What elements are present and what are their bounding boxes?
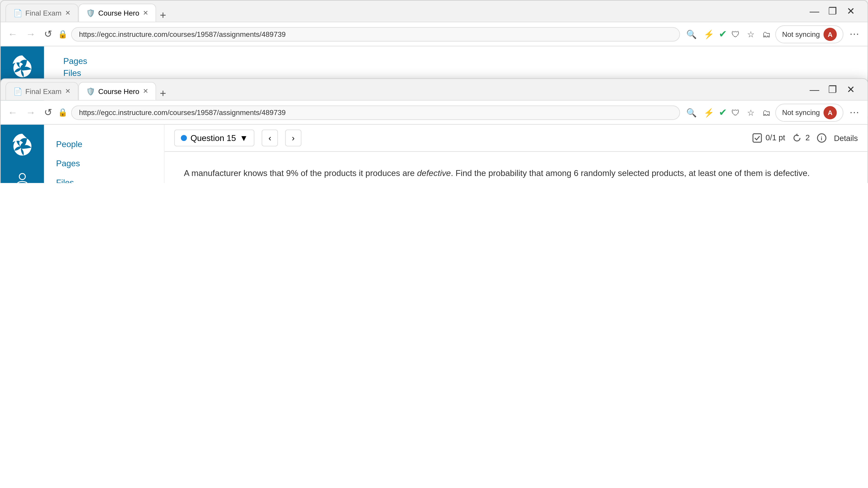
question-selector[interactable]: Question 15 ▼ bbox=[174, 129, 255, 147]
question-score: 0/1 pt bbox=[752, 133, 785, 143]
not-syncing-label-back: Not syncing bbox=[782, 30, 820, 38]
tab-favicon-back-1: 📄 bbox=[13, 9, 22, 17]
tab-favicon-back-2: 🛡️ bbox=[86, 9, 94, 17]
tab-title-front-2: Course Hero bbox=[98, 87, 139, 95]
lock-icon-front: 🔒 bbox=[58, 108, 68, 117]
canvas-logo-back bbox=[7, 51, 37, 81]
dropdown-arrow-icon: ▼ bbox=[240, 133, 248, 143]
tab-final-exam-back[interactable]: 📄 Final Exam ✕ bbox=[5, 4, 79, 22]
tab-course-hero-front[interactable]: 🛡️ Course Hero ✕ bbox=[79, 82, 156, 100]
restore-button-back[interactable]: ❐ bbox=[825, 4, 840, 18]
shield-button-back[interactable]: 🛡 bbox=[729, 27, 742, 41]
restore-button-front[interactable]: ❐ bbox=[825, 82, 840, 97]
tab-final-exam-front[interactable]: 📄 Final Exam ✕ bbox=[5, 82, 79, 100]
zoom-button-back[interactable]: 🔍 bbox=[684, 27, 699, 41]
left-nav-panel: People Pages Files Syllabus Modules Goog… bbox=[44, 125, 164, 183]
refresh-nav-back[interactable]: ↺ bbox=[41, 26, 54, 42]
favorites-button-back[interactable]: ☆ bbox=[745, 27, 757, 41]
question-info-icon: i bbox=[817, 133, 827, 143]
tab-title-back-1: Final Exam bbox=[25, 9, 61, 17]
profile-avatar-front: A bbox=[824, 106, 837, 119]
sidebar-item-account[interactable]: Account bbox=[1, 168, 44, 183]
details-link[interactable]: Details bbox=[834, 133, 858, 142]
security-icon-back: ✔ bbox=[719, 28, 727, 40]
canvas-sidebar-front: Account Dashboard bbox=[1, 125, 44, 183]
nav-files[interactable]: Files bbox=[44, 173, 164, 183]
collections-button-front[interactable]: 🗂 bbox=[760, 105, 773, 120]
svg-rect-19 bbox=[753, 134, 762, 142]
question-body: A manufacturer knows that 9% of the prod… bbox=[164, 152, 868, 183]
tab-title-front-1: Final Exam bbox=[25, 87, 61, 95]
question-text: A manufacturer knows that 9% of the prod… bbox=[184, 166, 848, 180]
pages-link-back[interactable]: Pages bbox=[63, 56, 87, 66]
security-icon-front: ✔ bbox=[719, 107, 727, 118]
refresh-nav-front[interactable]: ↺ bbox=[41, 104, 54, 121]
next-question-button[interactable]: › bbox=[285, 129, 301, 147]
forward-nav-back[interactable]: → bbox=[24, 26, 38, 42]
close-button-front[interactable]: ✕ bbox=[843, 82, 858, 97]
svg-point-0 bbox=[19, 173, 25, 180]
files-link-back[interactable]: Files bbox=[63, 68, 81, 78]
zoom-button-front[interactable]: 🔍 bbox=[684, 105, 699, 120]
not-syncing-label-front: Not syncing bbox=[782, 108, 820, 117]
svg-text:i: i bbox=[821, 135, 823, 142]
lock-icon-back: 🔒 bbox=[58, 30, 68, 39]
tab-course-hero-back[interactable]: 🛡️ Course Hero ✕ bbox=[79, 4, 156, 22]
account-icon bbox=[16, 172, 29, 183]
favorites-button-front[interactable]: ☆ bbox=[745, 105, 757, 120]
extensions-button-front[interactable]: ⚡ bbox=[702, 105, 717, 120]
back-nav-front[interactable]: ← bbox=[5, 105, 20, 120]
tab-favicon-front-1: 📄 bbox=[13, 87, 22, 95]
minimize-button-back[interactable]: — bbox=[807, 4, 822, 18]
tab-close-front-2[interactable]: ✕ bbox=[143, 88, 148, 95]
nav-pages[interactable]: Pages bbox=[44, 154, 164, 173]
back-nav-back[interactable]: ← bbox=[5, 26, 20, 42]
canvas-logo-front bbox=[7, 129, 37, 160]
tab-close-back-1[interactable]: ✕ bbox=[65, 9, 70, 17]
tab-close-front-1[interactable]: ✕ bbox=[65, 88, 70, 95]
more-button-back[interactable]: ⋯ bbox=[846, 26, 863, 42]
extensions-button-back[interactable]: ⚡ bbox=[702, 27, 717, 41]
tab-title-back-2: Course Hero bbox=[98, 9, 139, 17]
not-syncing-button-back[interactable]: Not syncing A bbox=[776, 25, 844, 43]
close-button-back[interactable]: ✕ bbox=[843, 4, 858, 18]
question-label: Question 15 bbox=[191, 133, 236, 143]
main-content: Question 15 ▼ ‹ › 0/1 pt bbox=[164, 125, 868, 183]
more-button-front[interactable]: ⋯ bbox=[846, 104, 863, 121]
address-bar-back[interactable] bbox=[71, 27, 680, 41]
not-syncing-button-front[interactable]: Not syncing A bbox=[776, 103, 844, 121]
nav-people[interactable]: People bbox=[44, 134, 164, 154]
question-header: Question 15 ▼ ‹ › 0/1 pt bbox=[164, 125, 868, 152]
tab-close-back-2[interactable]: ✕ bbox=[143, 9, 148, 17]
collections-button-back[interactable]: 🗂 bbox=[760, 27, 773, 41]
tab-favicon-front-2: 🛡️ bbox=[86, 87, 94, 95]
minimize-button-front[interactable]: — bbox=[807, 82, 822, 97]
address-bar-front[interactable] bbox=[71, 105, 680, 120]
prev-question-button[interactable]: ‹ bbox=[262, 129, 278, 147]
profile-avatar-back: A bbox=[824, 27, 837, 41]
shield-button-front[interactable]: 🛡 bbox=[729, 105, 742, 120]
forward-nav-front[interactable]: → bbox=[24, 105, 38, 120]
new-tab-button-back[interactable]: + bbox=[156, 9, 170, 22]
question-status-dot bbox=[181, 135, 187, 141]
question-attempts: 2 bbox=[792, 133, 810, 143]
new-tab-button-front[interactable]: + bbox=[156, 88, 170, 100]
